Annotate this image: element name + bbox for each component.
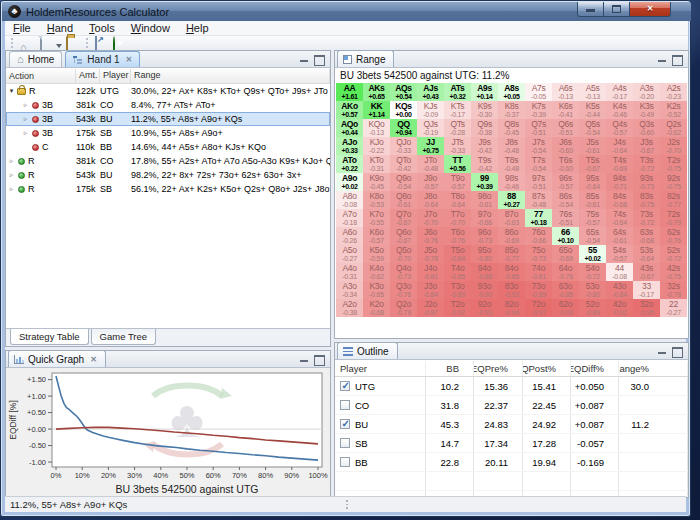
range-grid-cell-98o[interactable]: 98o-0.61 [471, 191, 498, 209]
tree-toggle-icon[interactable]: ▾ [6, 84, 17, 98]
range-grid-cell-82s[interactable]: 82s-0.77 [660, 191, 687, 209]
range-grid-cell-K2s[interactable]: K2s-0.52 [660, 101, 687, 119]
tab-game-tree[interactable]: Game Tree [91, 329, 157, 345]
maximize-view-icon[interactable] [313, 54, 325, 64]
range-grid-cell-K8o[interactable]: K8o-0.53 [363, 191, 390, 209]
tree-column-amt[interactable]: Amt. [76, 69, 100, 83]
range-grid-cell-73s[interactable]: 73s-0.72 [633, 209, 660, 227]
range-grid-cell-52s[interactable]: 52s-0.72 [660, 245, 687, 263]
outline-column-bb[interactable]: BB [426, 361, 474, 376]
range-grid-cell-JTo[interactable]: JTo-0.48 [417, 155, 444, 173]
outline-row-bu[interactable]: BU45.324.8324.92+0.08711.2 [335, 415, 688, 434]
range-grid-cell-KQo[interactable]: KQo-0.13 [363, 119, 390, 137]
tree-row-bu-r[interactable]: ▹R543kBU98.2%, 22+ 8x+ 72s+ 73o+ 62s+ 63… [6, 168, 330, 182]
tree-column-player[interactable]: Player [100, 69, 131, 83]
range-grid-cell-Q6o[interactable]: Q6o-0.67 [390, 227, 417, 245]
range-grid-cell-J7o[interactable]: J7o-0.70 [417, 209, 444, 227]
range-grid-cell-AA[interactable]: AA+1.61 [336, 83, 363, 101]
range-grid-cell-32o[interactable]: 32o-0.95 [633, 299, 660, 317]
range-grid-cell-44[interactable]: 44-0.08 [606, 263, 633, 281]
range-grid-cell-43s[interactable]: 43s-0.67 [633, 263, 660, 281]
range-grid-cell-T6s[interactable]: T6s-0.60 [552, 155, 579, 173]
range-grid-cell-66[interactable]: 66+0.10 [552, 227, 579, 245]
range-grid-cell-Q3s[interactable]: Q3s-0.60 [633, 119, 660, 137]
range-grid-cell-A5o[interactable]: A5o-0.27 [336, 245, 363, 263]
range-grid-cell-84s[interactable]: 84s-0.68 [606, 191, 633, 209]
range-grid-cell-ATs[interactable]: ATs+0.32 [444, 83, 471, 101]
range-grid-cell-AJo[interactable]: AJo+0.33 [336, 137, 363, 155]
range-grid-cell-K5o[interactable]: K5o-0.59 [363, 245, 390, 263]
range-grid-cell-KQs[interactable]: KQs+0.00 [390, 101, 417, 119]
range-grid-cell-42s[interactable]: 42s-0.75 [660, 263, 687, 281]
range-grid-cell-A8s[interactable]: A8s+0.05 [498, 83, 525, 101]
range-grid-cell-K7o[interactable]: K7o-0.55 [363, 209, 390, 227]
range-grid-cell-77[interactable]: 77+0.18 [525, 209, 552, 227]
range-grid-cell-T8s[interactable]: T8s-0.48 [498, 155, 525, 173]
range-grid-cell-K2o[interactable]: K2o-0.68 [363, 299, 390, 317]
range-grid-cell-72o[interactable]: 72o-0.97 [525, 299, 552, 317]
outline-column-eqdiff[interactable]: EQDiff% [571, 361, 619, 376]
outline-row-bb[interactable]: BB22.820.1119.94-0.169 [335, 453, 688, 472]
maximize-view-icon[interactable] [313, 354, 325, 364]
range-grid-cell-A2s[interactable]: A2s-0.23 [660, 83, 687, 101]
range-grid-cell-97s[interactable]: 97s-0.51 [525, 173, 552, 191]
range-grid-cell-76o[interactable]: 76o-0.66 [525, 227, 552, 245]
minimize-view-icon[interactable] [656, 346, 668, 356]
player-checkbox-sb[interactable] [340, 438, 350, 448]
range-grid-cell-J2s[interactable]: J2s-0.70 [660, 137, 687, 155]
range-grid-cell-A6o[interactable]: A6o-0.26 [336, 227, 363, 245]
tab-range[interactable]: Range [337, 50, 394, 67]
tree-toggle-icon[interactable]: ▹ [20, 126, 31, 140]
range-grid-cell-J3o[interactable]: J3o-0.84 [417, 281, 444, 299]
range-grid-cell-54o[interactable]: 54o-0.72 [579, 263, 606, 281]
range-grid-cell-A9o[interactable]: A9o+0.02 [336, 173, 363, 191]
titlebar[interactable]: ♣ HoldemResources Calculator ✕ [2, 2, 691, 21]
status-bar-grip[interactable] [346, 500, 348, 510]
range-grid-cell-94s[interactable]: 94s-0.71 [606, 173, 633, 191]
maximize-view-icon[interactable] [671, 54, 683, 64]
tree-row-bb-c[interactable]: C110kBB14.6%, 44+ A5s+ A8o+ KJs+ KQo [6, 140, 330, 154]
range-grid-cell-JJ[interactable]: JJ+0.75 [417, 137, 444, 155]
export-button[interactable] [95, 37, 109, 49]
quick-graph-close-icon[interactable]: ✕ [90, 355, 97, 364]
tree-row-bu-3b[interactable]: ▹3B543kBU11.2%, 55+ A8s+ A9o+ KQs [6, 112, 330, 126]
menu-item-window[interactable]: Window [123, 21, 178, 36]
range-grid-cell-A9s[interactable]: A9s+0.14 [471, 83, 498, 101]
tree-toggle-icon[interactable]: ▹ [6, 168, 17, 182]
range-grid-cell-75o[interactable]: 75o-0.73 [525, 245, 552, 263]
outline-column-range[interactable]: Range% [619, 361, 688, 376]
range-grid-cell-62o[interactable]: 62o-0.93 [552, 299, 579, 317]
range-grid-cell-93s[interactable]: 93s-0.73 [633, 173, 660, 191]
range-grid-cell-J4o[interactable]: J4o-0.81 [417, 263, 444, 281]
range-grid-cell-AKs[interactable]: AKs+0.65 [363, 83, 390, 101]
range-grid-cell-Q8s[interactable]: Q8s-0.45 [498, 119, 525, 137]
range-grid-cell-95o[interactable]: 95o-0.80 [471, 245, 498, 263]
tree-row-co-3b[interactable]: ▹3B381kCO8.4%, 77+ ATs+ ATo+ [6, 98, 330, 112]
range-grid-cell-A4o[interactable]: A4o-0.31 [336, 263, 363, 281]
tree-row-sb-3b[interactable]: ▹3B175kSB10.9%, 55+ A8s+ A9o+ [6, 126, 330, 140]
range-grid-cell-42o[interactable]: 42o-0.92 [606, 299, 633, 317]
range-grid-cell-J6s[interactable]: J6s-0.60 [552, 137, 579, 155]
range-grid-cell-A5s[interactable]: A5s-0.13 [579, 83, 606, 101]
range-grid-cell-T5s[interactable]: T5s-0.67 [579, 155, 606, 173]
range-grid-cell-QQ[interactable]: QQ+0.94 [390, 119, 417, 137]
range-grid-cell-95s[interactable]: 95s-0.64 [579, 173, 606, 191]
tree-toggle-icon[interactable]: ▹ [6, 182, 17, 196]
range-grid-cell-KJs[interactable]: KJs-0.09 [417, 101, 444, 119]
range-grid-cell-K6o[interactable]: K6o-0.57 [363, 227, 390, 245]
tree-toggle-icon[interactable]: ▹ [6, 154, 17, 168]
range-grid-cell-63s[interactable]: 63s-0.68 [633, 227, 660, 245]
range-grid-cell-K6s[interactable]: K6s-0.41 [552, 101, 579, 119]
tree-row-utg-r[interactable]: ▾R122kUTG30.0%, 22+ Ax+ K8s+ KTo+ Q9s+ Q… [6, 84, 330, 98]
minimize-view-icon[interactable] [656, 54, 668, 64]
outline-column-eqpre[interactable]: EQPre% [474, 361, 523, 376]
maximize-button[interactable] [603, 2, 630, 17]
range-grid-cell-J2o[interactable]: J2o-0.87 [417, 299, 444, 317]
tab-home[interactable]: ⌂ Home [9, 51, 62, 67]
range-grid-cell-87o[interactable]: 87o-0.63 [498, 209, 525, 227]
tree-toggle-icon[interactable]: ▹ [20, 112, 31, 126]
range-grid-cell-Q4s[interactable]: Q4s-0.57 [606, 119, 633, 137]
range-grid-cell-72s[interactable]: 72s-0.79 [660, 209, 687, 227]
range-grid-cell-T2s[interactable]: T2s-0.75 [660, 155, 687, 173]
range-grid-cell-96o[interactable]: 96o-0.73 [471, 227, 498, 245]
